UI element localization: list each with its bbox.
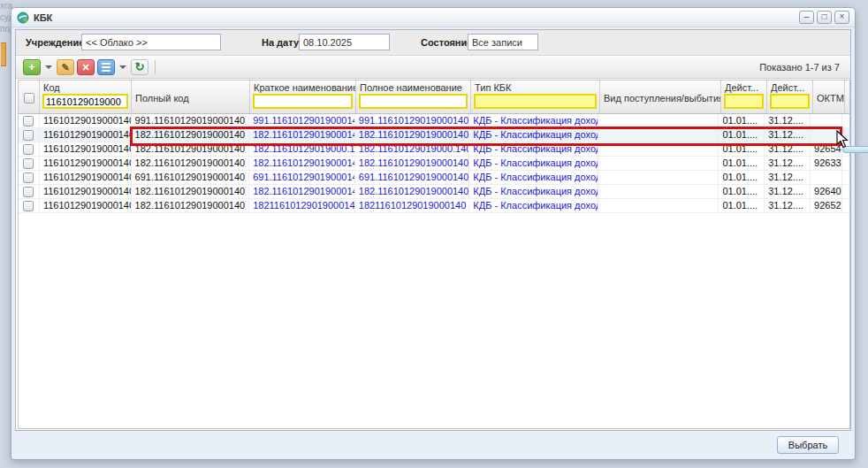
cell-date-to: 31.12.... xyxy=(765,199,811,212)
cell-short-name[interactable]: 182.11610129019000140 xyxy=(249,185,355,198)
table-row[interactable]: 11610129019000140182.1161012901900014018… xyxy=(19,157,849,171)
maximize-button[interactable]: □ xyxy=(817,11,832,24)
short-name-filter-input[interactable] xyxy=(253,94,353,109)
cell-full-name[interactable]: 691.11610129019000140 xyxy=(355,171,470,184)
select-button[interactable]: Выбрать xyxy=(777,436,839,454)
table-row[interactable]: 11610129019000140182.1161012901900014018… xyxy=(19,199,849,213)
cell-kbk-type[interactable]: КДБ - Классификация доходов xyxy=(469,171,598,184)
row-spacer xyxy=(842,114,849,127)
cell-code: 11610129019000140 xyxy=(40,128,132,142)
column-header-date-to[interactable]: Дейст... xyxy=(767,81,813,113)
cell-kbk-type[interactable]: КДБ - Классификация доходов xyxy=(469,199,598,212)
add-dropdown-caret-icon[interactable] xyxy=(45,65,52,69)
cell-in-out xyxy=(598,142,720,156)
column-header-code[interactable]: Код xyxy=(40,81,132,113)
mouse-cursor xyxy=(836,130,850,151)
column-header-full-code[interactable]: Полный код xyxy=(132,81,250,113)
cell-kbk-type[interactable]: КДБ - Классификация доходов xyxy=(469,157,598,170)
refresh-button[interactable]: ↻ xyxy=(131,59,148,75)
cell-full-code: 182.11610129019000140 xyxy=(132,128,250,142)
cell-full-name[interactable]: 182.11610129019000140 xyxy=(355,157,470,170)
column-header-full-name[interactable]: Полное наименование xyxy=(356,81,471,113)
cell-kbk-type[interactable]: КДБ - Классификация доходов xyxy=(469,128,598,142)
code-filter-input[interactable] xyxy=(42,94,128,109)
cell-full-name[interactable]: 182.11610129019000140 xyxy=(355,128,470,142)
delete-button[interactable]: ✕ xyxy=(77,59,95,75)
row-checkbox[interactable] xyxy=(23,144,34,155)
cell-kbk-type[interactable]: КДБ - Классификация доходов xyxy=(469,114,598,127)
cell-short-name[interactable]: 691.11610129019000140 xyxy=(249,171,355,184)
column-header-date-from[interactable]: Дейст... xyxy=(721,81,767,113)
cell-in-out xyxy=(598,185,720,198)
table-row[interactable]: 11610129019000140182.1161012901900014018… xyxy=(19,128,849,142)
backdrop-orange-element xyxy=(1,42,6,66)
row-checkbox-cell xyxy=(19,157,40,170)
institution-field[interactable] xyxy=(81,34,221,50)
row-spacer xyxy=(842,199,849,212)
cell-full-name[interactable]: 991.11610129019000140 xyxy=(355,114,470,127)
row-checkbox[interactable] xyxy=(23,201,34,211)
cell-full-name[interactable]: 18211610129019000140 xyxy=(355,199,470,212)
close-button[interactable]: × xyxy=(834,11,849,24)
row-spacer xyxy=(842,185,849,198)
date-field[interactable] xyxy=(299,34,390,50)
cell-in-out xyxy=(598,114,720,127)
cell-date-to: 31.12.... xyxy=(765,157,811,170)
column-header-short-name[interactable]: Краткое наименование xyxy=(250,81,356,113)
table-row[interactable]: 11610129019000140182.1161012901900014018… xyxy=(19,185,849,199)
edit-button[interactable]: ✎ xyxy=(57,59,74,75)
list-menu-button[interactable] xyxy=(97,59,115,75)
cell-short-name[interactable]: 18211610129019000140 xyxy=(249,199,355,212)
row-checkbox[interactable] xyxy=(23,173,34,183)
cell-short-name[interactable]: 182.11610129019000140 xyxy=(249,128,355,142)
cell-kbk-type[interactable]: КДБ - Классификация доходов xyxy=(469,185,598,198)
date-to-filter-input[interactable] xyxy=(770,94,810,109)
cell-short-name[interactable]: 182.11610129019000140 xyxy=(249,157,355,170)
cell-full-name[interactable]: 182.11610129019000140 xyxy=(355,185,470,198)
cell-date-from: 01.01.... xyxy=(719,114,765,127)
cell-full-code: 991.11610129019000140 xyxy=(132,114,250,127)
cell-code: 11610129019000140 xyxy=(40,142,132,156)
row-checkbox[interactable] xyxy=(23,158,34,169)
cell-full-name[interactable]: 182.11610129019000.140 xyxy=(355,142,470,156)
cell-code: 11610129019000140 xyxy=(40,185,132,198)
grid-body: 11610129019000140991.1161012901900014099… xyxy=(19,114,849,213)
row-checkbox[interactable] xyxy=(23,116,34,127)
window-title: КБК xyxy=(34,12,52,23)
cell-kbk-type[interactable]: КДБ - Классификация доходов xyxy=(469,142,598,156)
cell-date-from: 01.01.... xyxy=(719,199,765,212)
list-dropdown-caret-icon[interactable] xyxy=(119,65,126,69)
table-row[interactable]: 11610129019000140182.1161012901900014018… xyxy=(19,142,849,157)
kbk-grid: Код Полный код Краткое наименование Полн… xyxy=(18,80,850,429)
minimize-button[interactable]: – xyxy=(799,11,814,24)
row-checkbox[interactable] xyxy=(23,187,34,197)
kbk-type-filter-input[interactable] xyxy=(474,94,597,109)
header-checkbox-cell xyxy=(19,81,40,113)
row-checkbox[interactable] xyxy=(23,130,34,141)
cell-oktmo: 92633... xyxy=(811,157,842,170)
full-name-filter-input[interactable] xyxy=(359,94,468,109)
state-field[interactable] xyxy=(468,34,538,50)
row-spacer xyxy=(842,171,849,184)
cell-date-to: 31.12.... xyxy=(765,114,811,127)
date-from-filter-input[interactable] xyxy=(724,94,764,109)
row-checkbox-cell xyxy=(19,128,40,142)
cell-full-code: 182.11610129019000140 xyxy=(132,185,250,198)
column-header-kbk-type[interactable]: Тип КБК xyxy=(471,81,600,113)
select-all-checkbox[interactable] xyxy=(24,93,34,104)
table-row[interactable]: 11610129019000140691.1161012901900014069… xyxy=(19,171,849,185)
date-label: На дату: xyxy=(262,37,302,48)
table-row[interactable]: 11610129019000140991.1161012901900014099… xyxy=(19,114,849,128)
cell-short-name[interactable]: 182.11610129019000.140 xyxy=(249,142,355,156)
column-header-oktmo[interactable]: ОКТМО xyxy=(813,81,845,113)
cell-in-out xyxy=(598,199,720,212)
cell-code: 11610129019000140 xyxy=(40,114,132,127)
window-titlebar[interactable]: КБК – □ × xyxy=(11,8,855,27)
cell-date-from: 01.01.... xyxy=(719,128,765,142)
cell-date-to: 31.12.... xyxy=(765,171,811,184)
cell-short-name[interactable]: 991.11610129019000140 xyxy=(249,114,355,127)
column-header-in-out[interactable]: Вид поступления/выбытия xyxy=(600,81,721,113)
dialog-footer: Выбрать xyxy=(15,433,851,456)
grid-header: Код Полный код Краткое наименование Полн… xyxy=(19,81,849,114)
add-button[interactable]: + xyxy=(23,59,41,75)
